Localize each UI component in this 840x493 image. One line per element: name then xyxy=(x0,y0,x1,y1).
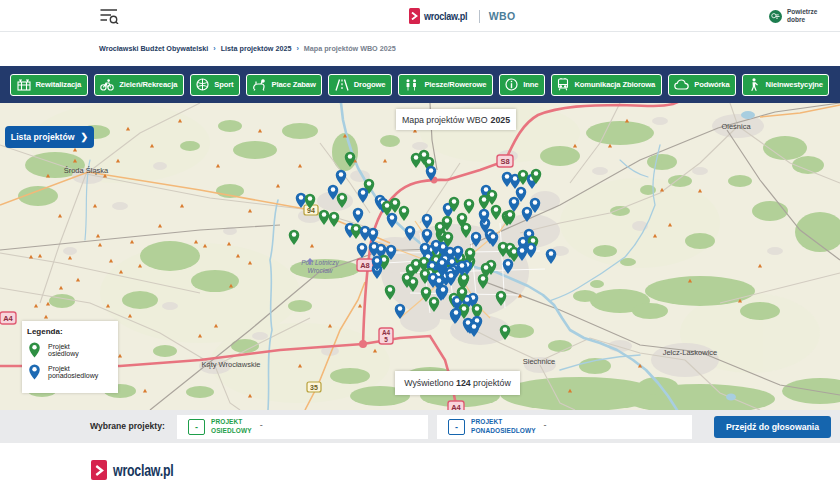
svg-text:A4: A4 xyxy=(382,329,391,336)
svg-text:Środa Śląska: Środa Śląska xyxy=(64,166,109,175)
svg-text:Siechnice: Siechnice xyxy=(523,357,556,366)
svg-text:Wrocław: Wrocław xyxy=(308,267,334,274)
svg-text:S8: S8 xyxy=(500,157,509,166)
svg-text:Jelcz-Laskowice: Jelcz-Laskowice xyxy=(663,348,718,357)
svg-text:Port Lotniczy: Port Lotniczy xyxy=(301,259,339,267)
svg-text:A8: A8 xyxy=(360,261,370,270)
svg-text:94: 94 xyxy=(307,207,315,214)
svg-text:A4: A4 xyxy=(451,403,461,410)
svg-text:A4: A4 xyxy=(3,314,13,323)
svg-text:35: 35 xyxy=(310,384,318,391)
svg-text:Oleśnica: Oleśnica xyxy=(721,122,751,131)
svg-text:5: 5 xyxy=(384,336,388,343)
svg-text:Kąty Wrocławskie: Kąty Wrocławskie xyxy=(201,360,260,369)
